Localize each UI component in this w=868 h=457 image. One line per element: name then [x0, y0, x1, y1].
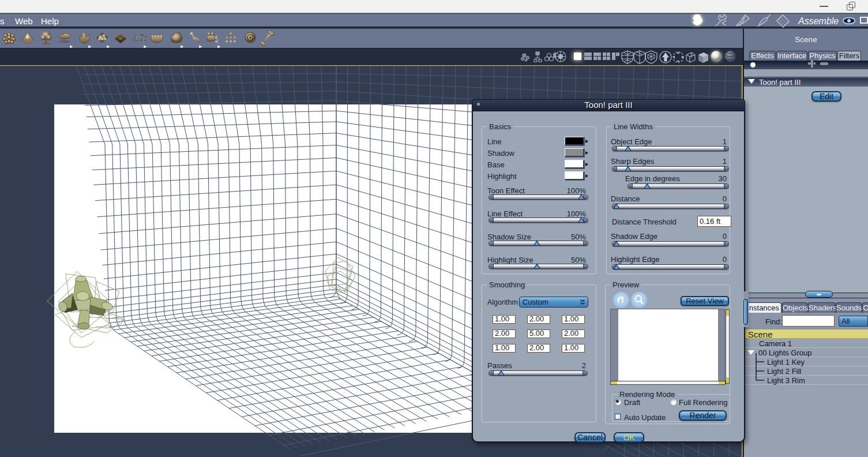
- svg-text:AGr: AGr: [133, 33, 147, 42]
